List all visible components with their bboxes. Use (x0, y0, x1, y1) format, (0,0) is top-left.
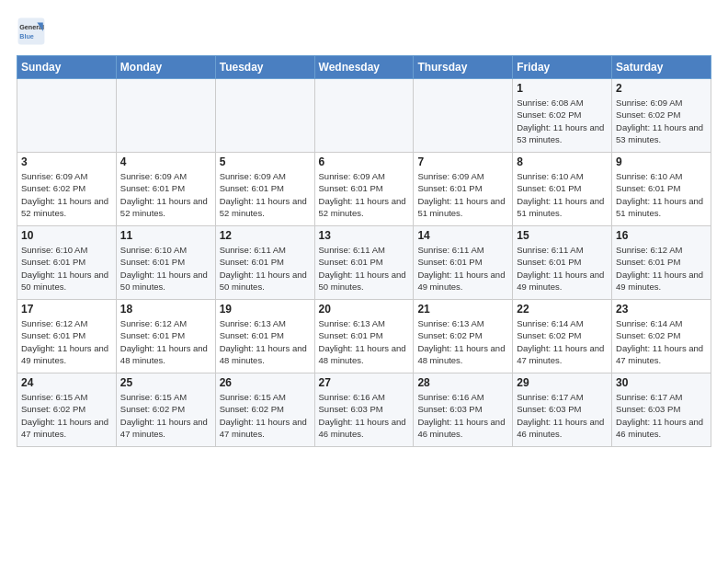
day-info: Sunrise: 6:10 AMSunset: 6:01 PMDaylight:… (616, 170, 707, 219)
calendar-cell: 26Sunrise: 6:15 AMSunset: 6:02 PMDayligh… (215, 373, 314, 447)
calendar-cell: 17Sunrise: 6:12 AMSunset: 6:01 PMDayligh… (17, 300, 117, 373)
day-number: 26 (220, 376, 311, 389)
calendar-cell: 3Sunrise: 6:09 AMSunset: 6:02 PMDaylight… (17, 153, 117, 226)
day-info: Sunrise: 6:09 AMSunset: 6:02 PMDaylight:… (21, 170, 112, 219)
day-info: Sunrise: 6:13 AMSunset: 6:01 PMDaylight:… (319, 317, 410, 366)
day-number: 5 (220, 155, 311, 168)
calendar-week-2: 3Sunrise: 6:09 AMSunset: 6:02 PMDaylight… (17, 153, 711, 226)
calendar-cell: 13Sunrise: 6:11 AMSunset: 6:01 PMDayligh… (314, 226, 414, 300)
calendar-cell: 16Sunrise: 6:12 AMSunset: 6:01 PMDayligh… (612, 226, 711, 300)
calendar-cell (116, 79, 215, 153)
day-info: Sunrise: 6:08 AMSunset: 6:02 PMDaylight:… (517, 97, 608, 145)
day-info: Sunrise: 6:10 AMSunset: 6:01 PMDaylight:… (517, 170, 608, 219)
day-info: Sunrise: 6:12 AMSunset: 6:01 PMDaylight:… (120, 317, 211, 366)
weekday-header-saturday: Saturday (612, 56, 711, 79)
day-number: 19 (220, 303, 311, 316)
calendar-cell: 7Sunrise: 6:09 AMSunset: 6:01 PMDaylight… (414, 153, 513, 226)
day-number: 18 (120, 303, 211, 316)
calendar-week-3: 10Sunrise: 6:10 AMSunset: 6:01 PMDayligh… (17, 226, 711, 300)
day-number: 22 (517, 303, 608, 316)
day-info: Sunrise: 6:15 AMSunset: 6:02 PMDaylight:… (21, 391, 112, 440)
logo: General Blue (17, 17, 46, 46)
day-number: 3 (21, 155, 112, 168)
day-number: 10 (21, 229, 112, 242)
weekday-header-monday: Monday (116, 56, 215, 79)
day-info: Sunrise: 6:13 AMSunset: 6:02 PMDaylight:… (417, 317, 508, 366)
day-info: Sunrise: 6:09 AMSunset: 6:01 PMDaylight:… (417, 170, 508, 219)
calendar-cell (215, 79, 314, 153)
header: General Blue (17, 17, 711, 46)
calendar-cell: 12Sunrise: 6:11 AMSunset: 6:01 PMDayligh… (215, 226, 314, 300)
day-info: Sunrise: 6:09 AMSunset: 6:01 PMDaylight:… (319, 170, 410, 219)
calendar-week-1: 1Sunrise: 6:08 AMSunset: 6:02 PMDaylight… (17, 79, 711, 153)
page: General Blue SundayMondayTuesdayWednesda… (0, 0, 728, 456)
calendar-cell: 25Sunrise: 6:15 AMSunset: 6:02 PMDayligh… (116, 373, 215, 447)
calendar-cell: 21Sunrise: 6:13 AMSunset: 6:02 PMDayligh… (414, 300, 513, 373)
svg-text:Blue: Blue (19, 32, 34, 40)
calendar-cell: 11Sunrise: 6:10 AMSunset: 6:01 PMDayligh… (116, 226, 215, 300)
day-number: 23 (616, 303, 707, 316)
day-number: 28 (417, 376, 508, 389)
calendar-cell: 29Sunrise: 6:17 AMSunset: 6:03 PMDayligh… (513, 373, 612, 447)
day-number: 14 (417, 229, 508, 242)
day-number: 16 (616, 229, 707, 242)
day-info: Sunrise: 6:12 AMSunset: 6:01 PMDaylight:… (616, 244, 707, 293)
calendar-cell (314, 79, 414, 153)
day-info: Sunrise: 6:09 AMSunset: 6:01 PMDaylight:… (220, 170, 311, 219)
calendar-cell: 22Sunrise: 6:14 AMSunset: 6:02 PMDayligh… (513, 300, 612, 373)
day-info: Sunrise: 6:10 AMSunset: 6:01 PMDaylight:… (120, 244, 211, 293)
calendar-week-4: 17Sunrise: 6:12 AMSunset: 6:01 PMDayligh… (17, 300, 711, 373)
day-number: 12 (220, 229, 311, 242)
day-info: Sunrise: 6:11 AMSunset: 6:01 PMDaylight:… (319, 244, 410, 293)
calendar-cell: 8Sunrise: 6:10 AMSunset: 6:01 PMDaylight… (513, 153, 612, 226)
day-number: 25 (120, 376, 211, 389)
day-info: Sunrise: 6:16 AMSunset: 6:03 PMDaylight:… (417, 391, 508, 440)
calendar-cell: 18Sunrise: 6:12 AMSunset: 6:01 PMDayligh… (116, 300, 215, 373)
day-info: Sunrise: 6:09 AMSunset: 6:01 PMDaylight:… (120, 170, 211, 219)
day-info: Sunrise: 6:16 AMSunset: 6:03 PMDaylight:… (319, 391, 410, 440)
day-info: Sunrise: 6:09 AMSunset: 6:02 PMDaylight:… (616, 97, 707, 145)
day-info: Sunrise: 6:11 AMSunset: 6:01 PMDaylight:… (517, 244, 608, 293)
day-number: 29 (517, 376, 608, 389)
day-info: Sunrise: 6:11 AMSunset: 6:01 PMDaylight:… (417, 244, 508, 293)
calendar-cell: 20Sunrise: 6:13 AMSunset: 6:01 PMDayligh… (314, 300, 414, 373)
day-number: 30 (616, 376, 707, 389)
calendar-cell: 15Sunrise: 6:11 AMSunset: 6:01 PMDayligh… (513, 226, 612, 300)
calendar: SundayMondayTuesdayWednesdayThursdayFrid… (17, 55, 711, 447)
day-info: Sunrise: 6:12 AMSunset: 6:01 PMDaylight:… (21, 317, 112, 366)
day-info: Sunrise: 6:14 AMSunset: 6:02 PMDaylight:… (616, 317, 707, 366)
weekday-header-wednesday: Wednesday (314, 56, 414, 79)
day-info: Sunrise: 6:15 AMSunset: 6:02 PMDaylight:… (120, 391, 211, 440)
day-number: 11 (120, 229, 211, 242)
day-number: 20 (319, 303, 410, 316)
day-number: 4 (120, 155, 211, 168)
calendar-cell: 4Sunrise: 6:09 AMSunset: 6:01 PMDaylight… (116, 153, 215, 226)
day-number: 21 (417, 303, 508, 316)
calendar-cell: 2Sunrise: 6:09 AMSunset: 6:02 PMDaylight… (612, 79, 711, 153)
calendar-week-5: 24Sunrise: 6:15 AMSunset: 6:02 PMDayligh… (17, 373, 711, 447)
day-number: 1 (517, 82, 608, 95)
calendar-cell (414, 79, 513, 153)
calendar-cell: 27Sunrise: 6:16 AMSunset: 6:03 PMDayligh… (314, 373, 414, 447)
day-number: 2 (616, 82, 707, 95)
calendar-cell: 14Sunrise: 6:11 AMSunset: 6:01 PMDayligh… (414, 226, 513, 300)
calendar-cell: 5Sunrise: 6:09 AMSunset: 6:01 PMDaylight… (215, 153, 314, 226)
calendar-cell: 30Sunrise: 6:17 AMSunset: 6:03 PMDayligh… (612, 373, 711, 447)
calendar-cell: 9Sunrise: 6:10 AMSunset: 6:01 PMDaylight… (612, 153, 711, 226)
calendar-cell: 28Sunrise: 6:16 AMSunset: 6:03 PMDayligh… (414, 373, 513, 447)
day-info: Sunrise: 6:10 AMSunset: 6:01 PMDaylight:… (21, 244, 112, 293)
day-number: 6 (319, 155, 410, 168)
calendar-cell: 19Sunrise: 6:13 AMSunset: 6:01 PMDayligh… (215, 300, 314, 373)
day-number: 7 (417, 155, 508, 168)
weekday-header-friday: Friday (513, 56, 612, 79)
day-number: 24 (21, 376, 112, 389)
day-info: Sunrise: 6:15 AMSunset: 6:02 PMDaylight:… (220, 391, 311, 440)
weekday-header-sunday: Sunday (17, 56, 117, 79)
calendar-cell: 10Sunrise: 6:10 AMSunset: 6:01 PMDayligh… (17, 226, 117, 300)
day-number: 8 (517, 155, 608, 168)
calendar-cell: 1Sunrise: 6:08 AMSunset: 6:02 PMDaylight… (513, 79, 612, 153)
day-number: 17 (21, 303, 112, 316)
logo-icon: General Blue (17, 17, 46, 46)
day-info: Sunrise: 6:17 AMSunset: 6:03 PMDaylight:… (517, 391, 608, 440)
day-number: 13 (319, 229, 410, 242)
